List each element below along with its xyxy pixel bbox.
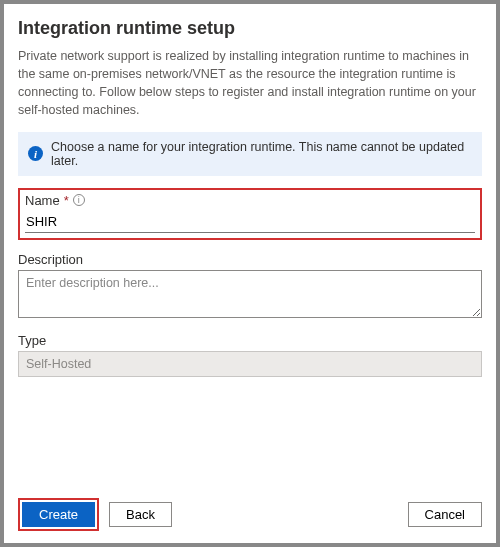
footer-bar: Create Back Cancel (18, 490, 482, 531)
cancel-button[interactable]: Cancel (408, 502, 482, 527)
description-input[interactable] (18, 270, 482, 318)
help-icon[interactable]: i (73, 194, 85, 206)
create-button-highlight: Create (18, 498, 99, 531)
type-value: Self-Hosted (18, 351, 482, 377)
info-bar: i Choose a name for your integration run… (18, 132, 482, 176)
name-label-text: Name (25, 193, 60, 208)
info-icon: i (28, 146, 43, 161)
back-button[interactable]: Back (109, 502, 172, 527)
create-button[interactable]: Create (22, 502, 95, 527)
info-text: Choose a name for your integration runti… (51, 140, 472, 168)
name-label: Name * i (25, 193, 475, 208)
required-mark: * (64, 193, 69, 208)
setup-panel: Integration runtime setup Private networ… (0, 0, 500, 547)
name-field-highlight: Name * i (18, 188, 482, 240)
name-input[interactable] (25, 211, 475, 233)
description-label: Description (18, 252, 482, 267)
type-label: Type (18, 333, 482, 348)
page-title: Integration runtime setup (18, 18, 482, 39)
intro-text: Private network support is realized by i… (18, 47, 482, 120)
